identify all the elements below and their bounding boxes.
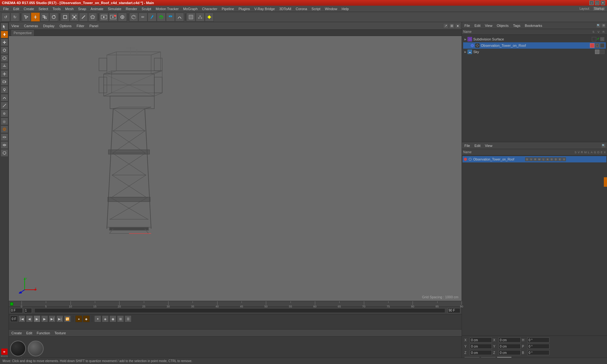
attr-icon-m[interactable]: M [537,157,541,161]
menu-pipeline[interactable]: Pipeline [220,6,236,11]
play-reverse-button[interactable]: ▶ [41,315,48,322]
menu-snap[interactable]: Snap [76,6,88,11]
render-settings-button[interactable] [118,13,127,21]
x-size-input[interactable] [499,337,521,343]
menu-character[interactable]: Character [200,6,219,11]
attr-icon-e[interactable]: E [558,157,562,161]
obj-menu-view[interactable]: View [484,23,494,28]
tool-symmetry[interactable]: S [1,125,8,133]
scale-tool-button[interactable] [40,13,49,21]
attr-icon-r[interactable]: R [533,157,537,161]
tool-texture[interactable] [1,141,8,149]
minimize-button[interactable]: − [589,1,594,5]
timeline-options-button[interactable]: ⊞ [117,315,124,322]
perspective-tab[interactable]: Perspective [11,30,34,36]
end-frame-input[interactable] [448,308,460,313]
expand-icon-subdivision[interactable]: ▶ [464,38,466,41]
tool-magnet[interactable]: ◎ [1,118,8,125]
menu-corona[interactable]: Corona [294,6,309,11]
menu-file[interactable]: File [1,6,11,11]
menu-tools[interactable]: Tools [51,6,63,11]
attr-menu-edit[interactable]: Edit [473,143,482,148]
mat-menu-create[interactable]: Create [10,331,23,336]
mat-menu-texture[interactable]: Texture [53,331,67,336]
attr-icon-g[interactable]: G [550,157,554,161]
attr-icon-v[interactable]: V [529,157,533,161]
b-rotation-input[interactable] [527,350,549,355]
menu-vray[interactable]: V-Ray Bridge [253,6,277,11]
attr-icon-l[interactable]: L [542,157,545,161]
render-view-button[interactable] [100,13,108,21]
tool-select[interactable] [1,23,8,30]
right-edge-tab[interactable] [604,177,607,187]
menu-plugins[interactable]: Plugins [236,6,252,11]
sky-color-swatch[interactable] [595,50,599,54]
tool-light[interactable] [1,86,8,94]
poly-mode-button[interactable] [88,13,97,21]
attr-row-tower[interactable]: Observation_Tower_on_Roof S V R M L A G … [463,156,606,162]
attr-icon-d[interactable]: D [554,157,558,161]
frame-step-input[interactable] [24,308,32,313]
tower-color-swatch[interactable] [590,43,594,48]
obj-sky[interactable]: ▶ ☁ Sky [463,49,606,55]
viewport-menu-filter[interactable]: Filter [75,23,85,28]
record-button[interactable]: ● [75,315,82,322]
viewport-menu-cameras[interactable]: Cameras [23,23,40,28]
tool-floor[interactable] [1,62,8,70]
tower-tag-2[interactable] [600,43,604,48]
object-mode-button[interactable] [61,13,70,21]
subdivision-color-dot[interactable] [592,37,596,41]
viewport-menu-options[interactable]: Options [58,23,73,28]
viewport-canvas[interactable]: Y X Z Grid Spacing : 1000 cm [9,36,462,301]
obj-search-icon[interactable]: 🔍 [596,23,601,28]
viewport-shading-button[interactable] [187,13,195,21]
record-keyframe-button[interactable]: ◆ [83,315,90,322]
cloth-button[interactable] [166,13,175,21]
viewport-btn-lock[interactable]: ⊞ [449,23,454,28]
obj-subdivision-surface[interactable]: ▶ ⬡ Subdivision Surface ✓ · [463,36,606,42]
obj-menu-file[interactable]: File [463,23,471,28]
paint-tool-button[interactable] [148,13,156,21]
close-button[interactable]: ✕ [601,1,605,5]
tool-move[interactable] [1,31,8,38]
tool-brush[interactable]: ⚙ [1,110,8,117]
redo-button[interactable]: ↻ [10,13,19,21]
light-button[interactable] [205,13,214,21]
sky-tag-1[interactable] [600,50,604,54]
motion-clip-button[interactable]: ◉ [109,315,116,322]
material-item-2[interactable]: Transmi... [28,341,44,360]
edge-mode-button[interactable] [79,13,88,21]
attr-menu-view[interactable]: View [484,143,494,148]
tool-scale[interactable] [1,39,8,46]
z-size-input[interactable] [499,350,521,355]
menu-help[interactable]: Help [340,6,351,11]
h-rotation-input[interactable] [527,337,549,343]
spline-button[interactable] [175,13,184,21]
maximize-button[interactable]: □ [595,1,599,5]
obj-menu-bookmarks[interactable]: Bookmarks [524,23,543,28]
play-forward-button[interactable]: ▶ [34,315,40,322]
point-mode-button[interactable] [70,13,79,21]
attr-icon-s[interactable]: S [525,157,529,161]
menu-select[interactable]: Select [37,6,50,11]
menu-simulate[interactable]: Simulate [106,6,123,11]
subdivision-extra[interactable]: · [600,37,604,41]
attr-icon-x[interactable]: X [562,157,566,161]
tool-rotate[interactable] [1,46,8,54]
frame-counter[interactable]: 0 F [10,316,18,322]
timeline-slider[interactable] [34,308,445,313]
mat-menu-edit[interactable]: Edit [25,331,34,336]
material-item-1[interactable]: Transmi... [10,341,26,360]
y-size-input[interactable] [499,344,521,349]
viewport-menu-display[interactable]: Display [42,23,56,28]
x-position-input[interactable] [470,337,492,343]
mat-menu-function[interactable]: Function [35,331,51,336]
step-forward-button[interactable]: ▶| [49,315,56,322]
menu-render[interactable]: Render [124,6,139,11]
menu-animate[interactable]: Animate [89,6,105,11]
current-frame-input[interactable] [10,308,23,313]
menu-3dto[interactable]: 3DToAll [277,6,293,11]
go-to-start-button[interactable]: |◀ [18,315,25,322]
pencil-tool-button[interactable]: ✏ [138,13,147,21]
layout-value[interactable]: Startup [592,6,606,11]
